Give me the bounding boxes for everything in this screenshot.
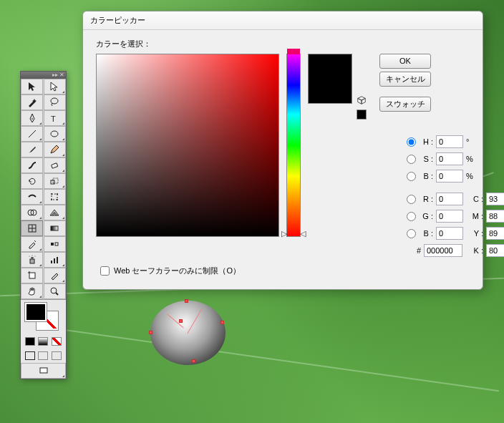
magenta-label: M : xyxy=(470,212,483,220)
mesh-tool[interactable] xyxy=(21,220,43,236)
svg-rect-24 xyxy=(51,261,52,263)
color-preview xyxy=(308,54,352,104)
svg-point-30 xyxy=(51,288,57,293)
blue-radio[interactable] xyxy=(407,229,416,238)
hue-slider[interactable]: ▷◁ xyxy=(286,54,301,237)
width-tool[interactable] xyxy=(21,189,43,205)
green-input[interactable] xyxy=(436,210,463,223)
hex-label: # xyxy=(405,246,421,255)
black-label: K : xyxy=(470,246,483,255)
anchor-point[interactable] xyxy=(220,321,224,324)
graph-tool[interactable] xyxy=(44,252,66,268)
anchor-point[interactable] xyxy=(179,319,183,323)
magic-wand-tool[interactable] xyxy=(21,94,43,110)
out-of-gamut-swatch[interactable] xyxy=(357,110,367,120)
green-radio[interactable] xyxy=(407,212,416,221)
cancel-button[interactable]: キャンセル xyxy=(379,72,431,87)
dialog-title: カラーピッカー xyxy=(90,15,145,26)
close-icon[interactable]: ✕ xyxy=(59,72,64,78)
swatches-button[interactable]: スウォッチ xyxy=(379,97,431,112)
hex-input[interactable] xyxy=(424,244,462,257)
yellow-input[interactable] xyxy=(486,227,504,240)
svg-point-3 xyxy=(51,131,58,137)
eraser-tool[interactable] xyxy=(44,157,66,173)
red-input[interactable] xyxy=(436,193,463,205)
brightness-radio[interactable] xyxy=(407,172,416,181)
none-mode[interactable] xyxy=(52,337,62,346)
anchor-point[interactable] xyxy=(149,331,152,334)
websafe-checkbox[interactable] xyxy=(100,266,110,276)
lasso-tool[interactable] xyxy=(44,94,66,110)
cube-icon xyxy=(357,95,367,105)
black-input[interactable] xyxy=(486,244,504,257)
hue-arrow-left[interactable]: ▷ xyxy=(281,229,287,238)
red-radio[interactable] xyxy=(407,195,416,204)
hand-tool[interactable] xyxy=(21,283,43,299)
blue-label: B : xyxy=(420,229,433,238)
panel-header[interactable]: ▸▸ ✕ xyxy=(21,72,66,79)
ok-button[interactable]: OK xyxy=(379,54,431,69)
zoom-tool[interactable] xyxy=(44,283,66,299)
blend-tool[interactable] xyxy=(44,236,66,252)
fill-color-well[interactable] xyxy=(25,303,47,321)
screen-mode-button[interactable] xyxy=(21,363,66,379)
draw-mode-row xyxy=(21,349,66,363)
magenta-input[interactable] xyxy=(486,210,504,223)
anchor-point[interactable] xyxy=(192,359,195,363)
hue-label: H : xyxy=(420,137,433,146)
free-transform-tool[interactable] xyxy=(44,189,66,205)
slice-tool[interactable] xyxy=(44,268,66,283)
saturation-input[interactable] xyxy=(436,152,463,165)
gradient-mesh-object[interactable] xyxy=(150,301,226,365)
pencil-tool[interactable] xyxy=(44,142,66,157)
collapse-icon[interactable]: ▸▸ xyxy=(52,72,58,78)
svg-rect-32 xyxy=(40,368,47,373)
svg-point-10 xyxy=(51,199,52,200)
blob-brush-tool[interactable] xyxy=(21,157,43,173)
perspective-grid-tool[interactable] xyxy=(44,205,66,220)
svg-rect-18 xyxy=(51,243,54,245)
gradient-tool[interactable] xyxy=(44,220,66,236)
shape-tool[interactable] xyxy=(44,126,66,142)
cyan-label: C : xyxy=(470,195,483,203)
saturation-value-field[interactable] xyxy=(96,54,279,237)
draw-behind[interactable] xyxy=(38,351,48,360)
svg-line-2 xyxy=(29,130,36,137)
svg-point-11 xyxy=(57,199,58,200)
svg-rect-19 xyxy=(55,243,58,245)
scale-tool[interactable] xyxy=(44,173,66,189)
direct-selection-tool[interactable] xyxy=(44,79,66,94)
artboard-tool[interactable] xyxy=(21,268,43,283)
cyan-input[interactable] xyxy=(486,193,504,205)
rotate-tool[interactable] xyxy=(21,173,43,189)
green-label: G : xyxy=(420,212,433,220)
saturation-label: S : xyxy=(420,155,433,163)
symbol-sprayer-tool[interactable] xyxy=(21,252,43,268)
shape-builder-tool[interactable] xyxy=(21,205,43,220)
line-tool[interactable] xyxy=(21,126,43,142)
saturation-radio[interactable] xyxy=(407,155,416,164)
hue-input[interactable] xyxy=(436,135,463,148)
pen-tool[interactable] xyxy=(21,110,43,126)
saturation-unit: % xyxy=(466,155,476,163)
type-tool[interactable]: T xyxy=(44,110,66,126)
svg-point-22 xyxy=(32,256,32,256)
draw-inside[interactable] xyxy=(52,351,62,360)
red-label: R : xyxy=(420,195,433,203)
hue-radio[interactable] xyxy=(407,137,416,147)
eyedropper-tool[interactable] xyxy=(21,236,43,252)
svg-text:T: T xyxy=(51,115,56,123)
svg-rect-26 xyxy=(57,257,58,263)
brightness-input[interactable] xyxy=(436,170,463,183)
selection-tool[interactable] xyxy=(21,79,43,94)
solid-color-mode[interactable] xyxy=(25,337,35,346)
gradient-mode[interactable] xyxy=(38,337,48,346)
draw-normal[interactable] xyxy=(25,351,35,360)
blue-input[interactable] xyxy=(436,227,463,240)
hue-arrow-right[interactable]: ◁ xyxy=(300,229,306,238)
svg-rect-27 xyxy=(29,273,35,278)
yellow-label: Y : xyxy=(470,229,483,238)
dialog-titlebar[interactable]: カラーピッカー xyxy=(83,11,483,30)
paintbrush-tool[interactable] xyxy=(21,142,43,157)
anchor-point[interactable] xyxy=(185,299,188,303)
